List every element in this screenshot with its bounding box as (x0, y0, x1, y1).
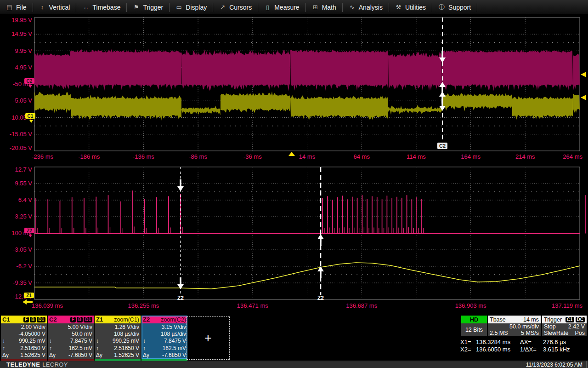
zoom-source-label: zoom(C1) (114, 316, 139, 323)
channel-badge: B (77, 317, 83, 322)
channel-badge: D1 (37, 317, 45, 322)
file-icon: ▤ (6, 4, 13, 11)
menu-item-label: Trigger (143, 4, 163, 11)
zoom-x-tick: 136.255 ms (128, 302, 159, 309)
main-x-tick: 64 ms (353, 153, 370, 160)
row-prefix (49, 331, 57, 338)
channel-tag-c1[interactable]: C1 (25, 113, 35, 123)
row-prefix (49, 324, 57, 331)
zoom-x-tick: 137.119 ms (552, 302, 582, 309)
row-prefix (143, 331, 151, 338)
zoom-x-tick: 136.471 ms (237, 302, 268, 309)
row-prefix: ↓ (96, 338, 104, 345)
row-prefix: Δy (2, 352, 11, 359)
row-value: 990.25 mV (104, 338, 139, 345)
zoom-y-tick: -6.2 V (16, 263, 32, 270)
row-value: 50.0 mV (57, 331, 92, 338)
main-x-tick: -186 ms (78, 153, 100, 160)
menu-item-vertical[interactable]: ↕Vertical (33, 0, 76, 14)
channel-tag-label: C1 (28, 114, 34, 119)
menu-item-cursors[interactable]: ↗Cursors (213, 0, 258, 14)
menu-item-label: Support (448, 4, 471, 11)
zoom-cursor-label: Z2 (317, 295, 324, 301)
menu-item-label: Analysis (359, 4, 383, 11)
analysis-wave-icon: ∿ (349, 4, 356, 11)
menu-item-analysis[interactable]: ∿Analysis (343, 0, 389, 14)
cursor-readout: X1= 136.3284 ms ΔX= 276.6 µs X2= 136.605… (460, 339, 587, 353)
channel-tag-label: C2 (27, 79, 33, 84)
oscilloscope-screen: ▤File↕Vertical↔Timebase⚑Trigger▭Display↗… (0, 0, 588, 368)
row-value: -4.05000 V (11, 331, 45, 338)
row-prefix (96, 331, 104, 338)
row-value: 108 µs/div (104, 331, 139, 338)
x1-label: X1= (460, 339, 476, 346)
hd-bits: 12 Bits (461, 323, 487, 336)
trigger-time-marker[interactable] (288, 152, 295, 156)
main-x-tick: 214 ms (515, 153, 535, 160)
row-value: 2.51650 V (11, 345, 45, 352)
invdx-label: 1/ΔX= (520, 346, 543, 353)
main-x-tick: -136 ms (133, 153, 154, 160)
row-prefix (96, 324, 104, 331)
dx-label: ΔX= (520, 339, 543, 346)
right-edge-marker (581, 95, 586, 100)
main-y-tick: -5.05 V (13, 97, 32, 104)
menubar: ▤File↕Vertical↔Timebase⚑Trigger▭Display↗… (0, 0, 588, 15)
menu-item-label: Math (322, 4, 336, 11)
main-x-tick: 114 ms (407, 153, 426, 160)
channel-id: C1 (2, 316, 10, 323)
brand-logo: TELEDYNE LECROY (6, 361, 68, 368)
channel-badge: F (70, 317, 76, 322)
channel-id: Z2 (143, 316, 150, 323)
zoom-x-tick: 136.903 ms (455, 302, 486, 309)
channel-tag-label: Z1 (26, 293, 32, 298)
brand-teledyne: TELEDYNE (6, 361, 40, 368)
main-x-tick: -86 ms (189, 153, 207, 160)
row-value: 2.00 V/div (11, 324, 45, 331)
tbase-scale: 50.0 ms/div (509, 323, 539, 330)
row-value: 1.52625 V (104, 352, 139, 359)
x2-value: 136.6050 ms (476, 346, 520, 353)
row-value: 2.51650 V (104, 345, 139, 352)
menu-item-trigger[interactable]: ⚑Trigger (127, 0, 169, 14)
channel-id: C2 (49, 316, 57, 323)
menu-item-timebase[interactable]: ↔Timebase (76, 0, 126, 14)
menu-item-label: Measure (274, 4, 299, 11)
descriptor-box-c1[interactable]: C1FBD12.00 V/div-4.05000 V↓990.25 mV↑2.5… (1, 316, 47, 359)
menu-item-label: Display (186, 4, 207, 11)
cursor-arrow-icon: ↗ (219, 4, 226, 11)
row-prefix (2, 331, 11, 338)
hd-label: HD (461, 316, 487, 323)
descriptor-box-z2[interactable]: Z2zoom(C2)3.15 V/div108 µs/div↓7.8475 V↑… (141, 316, 187, 359)
zoom-source-label: zoom(C2) (161, 316, 186, 323)
menu-item-support[interactable]: ⓘSupport (432, 0, 477, 14)
zoom-y-tick: 9.55 V (15, 180, 32, 187)
timebase-box[interactable]: Tbase -14 ms 50.0 ms/div 2.5 MS 5 MS/s (488, 316, 541, 336)
menu-item-math[interactable]: ⊞Math (306, 0, 342, 14)
main-y-tick: -15.05 V (10, 131, 32, 138)
row-value: 7.8475 V (151, 338, 186, 345)
trigger-box[interactable]: Trigger C1 DC Stop 2.42 V SlewRate Pos (542, 316, 587, 336)
menu-item-display[interactable]: ▭Display (170, 0, 213, 14)
menu-item-measure[interactable]: ▯Measure (258, 0, 305, 14)
main-y-tick: 19.95 V (11, 17, 32, 23)
trigger-type: SlewRate (544, 330, 569, 336)
acquisition-mode-box[interactable]: HD 12 Bits (461, 316, 487, 336)
channel-badge: F (23, 317, 29, 322)
tbase-offset: -14 ms (521, 316, 539, 323)
menu-item-file[interactable]: ▤File (0, 0, 33, 14)
plus-icon: + (204, 331, 212, 345)
menu-separator (477, 3, 477, 12)
row-prefix: ↑ (96, 345, 104, 352)
menu-item-label: Utilities (405, 4, 426, 11)
descriptor-box-z1[interactable]: Z1zoom(C1)1.26 V/div108 µs/div↓990.25 mV… (95, 316, 141, 359)
row-prefix: ↓ (49, 338, 57, 345)
row-value: 3.15 V/div (151, 324, 186, 331)
menu-item-utilities[interactable]: ⚒Utilities (389, 0, 432, 14)
row-prefix: ↑ (143, 345, 151, 352)
row-prefix: ↓ (2, 338, 11, 345)
datetime: 11/13/2023 6:02:05 AM (522, 361, 587, 368)
x1-value: 136.3284 ms (476, 339, 520, 346)
descriptor-box-c2[interactable]: C2FBD15.00 V/div50.0 mV↓7.8475 V↑162.5 m… (48, 316, 94, 359)
add-trace-box[interactable]: + (187, 316, 230, 360)
